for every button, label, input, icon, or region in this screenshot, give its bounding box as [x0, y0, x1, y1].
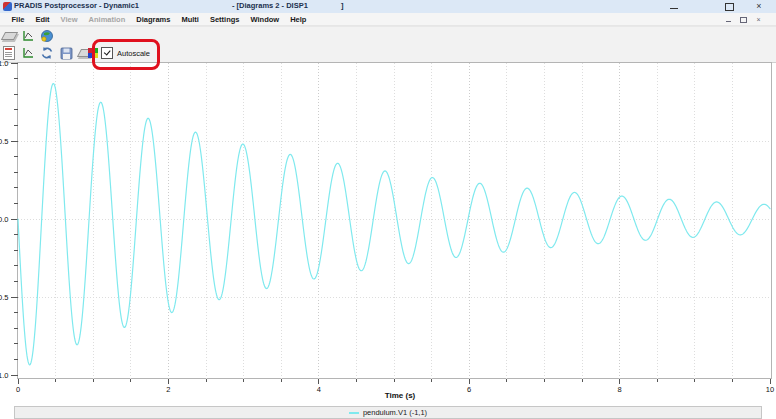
svg-text:8: 8	[618, 385, 622, 394]
svg-text:0.5: 0.5	[0, 137, 9, 146]
svg-text:4: 4	[317, 385, 321, 394]
svg-text:2: 2	[166, 385, 170, 394]
svg-text:0: 0	[16, 385, 20, 394]
legend-bar: pendulum.V1 (-1,1)	[14, 406, 762, 419]
svg-text:-0.5: -0.5	[0, 293, 9, 302]
plot-canvas[interactable]: 02468101.00.50.0-0.5-1.0	[0, 0, 776, 419]
x-axis-title: Time (s)	[366, 391, 434, 400]
pradis-postprocessor-window: { "window": { "title": "PRADIS Postproce…	[0, 0, 776, 419]
svg-text:-1.0: -1.0	[0, 371, 9, 380]
legend-label: pendulum.V1 (-1,1)	[363, 408, 427, 417]
svg-text:1.0: 1.0	[0, 59, 9, 68]
legend-swatch	[349, 412, 359, 414]
svg-text:0.0: 0.0	[0, 215, 9, 224]
svg-text:10: 10	[766, 385, 774, 394]
svg-text:6: 6	[467, 385, 471, 394]
